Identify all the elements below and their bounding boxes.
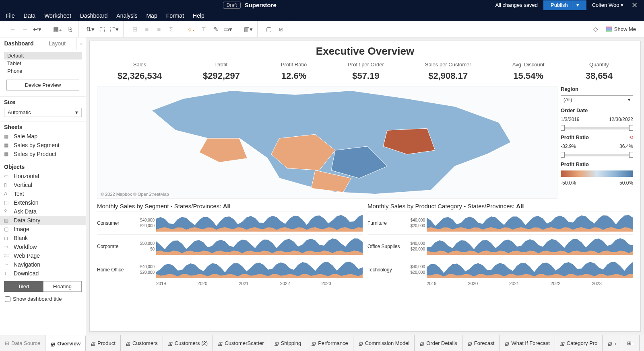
region-label: Region [561, 86, 633, 92]
menu-data[interactable]: Data [24, 12, 36, 19]
obj-blank[interactable]: ◻Blank [0, 234, 86, 242]
new-sheet-icon[interactable]: ₊ [603, 335, 622, 351]
tab-commission-model[interactable]: Commission Model [353, 335, 415, 351]
obj-workflow[interactable]: ⇢Workflow [0, 242, 86, 251]
chart-row[interactable]: Consumer$40,000$20,000 [97, 211, 363, 234]
highlight-icon[interactable]: ⎀▾ [188, 25, 196, 33]
tab-forecast[interactable]: Forecast [462, 335, 500, 351]
chart-row[interactable]: Corporate$50,000$0 [97, 234, 363, 258]
sidetab-layout[interactable]: Layout [38, 37, 76, 50]
device-tablet[interactable]: Tablet [4, 60, 82, 67]
close-icon[interactable]: ✕ [629, 1, 640, 10]
obj-vertical[interactable]: ▯Vertical [0, 181, 86, 189]
menu-help[interactable]: Help [193, 12, 204, 19]
sidetab-dashboard[interactable]: Dashboard [0, 37, 38, 50]
obj-horizontal[interactable]: ▭Horizontal [0, 172, 86, 181]
share-icon[interactable]: ⎚ [277, 25, 285, 33]
presentation-icon[interactable]: ▢ [265, 25, 273, 33]
new-worksheet-icon[interactable]: ▦₊ [54, 25, 62, 33]
duplicate-icon[interactable]: ⎘ [66, 25, 74, 33]
group-icon[interactable]: ⊟ [131, 25, 139, 33]
device-preview-button[interactable]: Device Preview [6, 80, 79, 90]
row-label: Corporate [97, 244, 134, 249]
forward-icon[interactable]: → [21, 25, 29, 33]
size-dropdown[interactable]: Automatic▾ [4, 108, 82, 117]
undo-icon[interactable]: ↩︎▾ [33, 25, 41, 33]
obj-datastory[interactable]: ▤Data Story [0, 216, 86, 225]
data-guide-icon[interactable]: ◇ [592, 25, 600, 33]
obj-webpage[interactable]: ⌘Web Page [0, 251, 86, 260]
tab-customerscatter[interactable]: CustomerScatter [213, 335, 269, 351]
obj-download[interactable]: ↓Download [0, 269, 86, 278]
sort2-icon[interactable]: ≡ [155, 25, 163, 33]
fit-width-icon[interactable]: ▥▾ [244, 25, 252, 33]
show-title-checkbox[interactable] [5, 296, 10, 302]
kpi: Sales$2,326,534 [118, 62, 162, 81]
tab-order-details[interactable]: Order Details [415, 335, 462, 351]
swap-icon[interactable]: ⇅▾ [86, 25, 94, 33]
obj-askdata[interactable]: ?Ask Data [0, 207, 86, 216]
tab-product[interactable]: Product [86, 335, 121, 351]
obj-image[interactable]: ▢Image [0, 225, 86, 234]
chart-row[interactable]: Home Office$40,000$20,000 [97, 258, 363, 281]
kpi: Sales per Customer$2,908.17 [425, 62, 471, 81]
new-story-icon[interactable]: ▭₊ [640, 335, 644, 351]
sort-icon[interactable]: ≡ [143, 25, 151, 33]
menu-dashboard[interactable]: Dashboard [80, 12, 108, 19]
device-phone[interactable]: Phone [4, 67, 82, 75]
chart-row[interactable]: Furniture$40,000$20,000 [367, 211, 633, 234]
obj-text[interactable]: AText [0, 189, 86, 198]
askdata-icon: ? [4, 209, 10, 214]
tab-overview[interactable]: Overview [45, 335, 86, 351]
obj-navigation[interactable]: →Navigation [0, 260, 86, 269]
tab-shipping[interactable]: Shipping [269, 335, 307, 351]
user-menu[interactable]: Colten Woo ▾ [592, 2, 623, 8]
collapse-panel-icon[interactable]: ‹ [76, 37, 86, 50]
text-icon[interactable]: T [200, 25, 208, 33]
sheet-sale-map[interactable]: ▦Sale Map [0, 132, 86, 141]
filter-reset-icon[interactable]: ⟲ [629, 135, 633, 140]
tab-category-pro[interactable]: Category Pro [555, 335, 603, 351]
extension-icon: ⬚ [4, 200, 10, 205]
obj-extension[interactable]: ⬚Extension [0, 198, 86, 207]
device-default[interactable]: Default [4, 52, 82, 60]
publish-label: Publish [551, 2, 568, 8]
kpi-value: 15.54% [512, 71, 545, 81]
sheet-sales-product[interactable]: ▦Sales by Product [0, 150, 86, 158]
sort-desc-icon[interactable]: ⬚▾ [110, 25, 118, 33]
tab-what-if-forecast[interactable]: What If Forecast [500, 335, 555, 351]
annotate-icon[interactable]: ✎ [212, 25, 220, 33]
orderdate-slider[interactable] [561, 127, 632, 129]
tab-customers[interactable]: Customers [121, 335, 163, 351]
publish-button[interactable]: Publish ▾ [543, 0, 586, 10]
region-dropdown[interactable]: (All)▾ [561, 95, 633, 104]
menu-format[interactable]: Format [166, 12, 184, 19]
back-icon[interactable]: ← [9, 25, 17, 33]
datastory-icon: ▤ [4, 218, 10, 223]
kpi-label: Quantity [586, 62, 613, 68]
kpi-row: Sales$2,326,534Profit$292,297Profit Rati… [97, 62, 633, 81]
tab-datasource[interactable]: ⊞Data Source [0, 335, 45, 351]
chevron-down-icon: ▾ [75, 109, 78, 115]
profitratio-slider[interactable] [561, 154, 632, 156]
tab-performance[interactable]: Performance [306, 335, 353, 351]
new-dashboard-icon[interactable]: ⊞₊ [622, 335, 640, 351]
show-me-button[interactable]: Show Me [602, 26, 640, 32]
sort-asc-icon[interactable]: ⬚ [98, 25, 106, 33]
menu-map[interactable]: Map [146, 12, 157, 19]
menu-file[interactable]: File [6, 12, 15, 19]
chart-row[interactable]: Technology$40,000$20,000 [367, 258, 633, 281]
floating-button[interactable]: Floating [43, 281, 82, 292]
sheet-icon [467, 341, 472, 346]
map-attribution: © 2022 Mapbox © OpenStreetMap [101, 192, 169, 197]
menu-analysis[interactable]: Analysis [116, 12, 137, 19]
totals-icon[interactable]: Σ [167, 25, 175, 33]
tiled-button[interactable]: Tiled [4, 281, 43, 292]
tab-customers-2-[interactable]: Customers (2) [163, 335, 213, 351]
sale-map[interactable]: © 2022 Mapbox © OpenStreetMap [97, 86, 557, 199]
toolbar: ← → ↩︎▾ ▦₊ ⎘ ⇅▾ ⬚ ⬚▾ ⊟ ≡ ≡ Σ ⎀▾ T ✎ ▭▾ ▥… [0, 21, 644, 37]
chart-row[interactable]: Office Supplies$40,000$20,000 [367, 234, 633, 258]
menu-worksheet[interactable]: Worksheet [44, 12, 71, 19]
sheet-sales-segment[interactable]: ▦Sales by Segment [0, 141, 86, 150]
fit-icon[interactable]: ▭▾ [224, 25, 232, 33]
